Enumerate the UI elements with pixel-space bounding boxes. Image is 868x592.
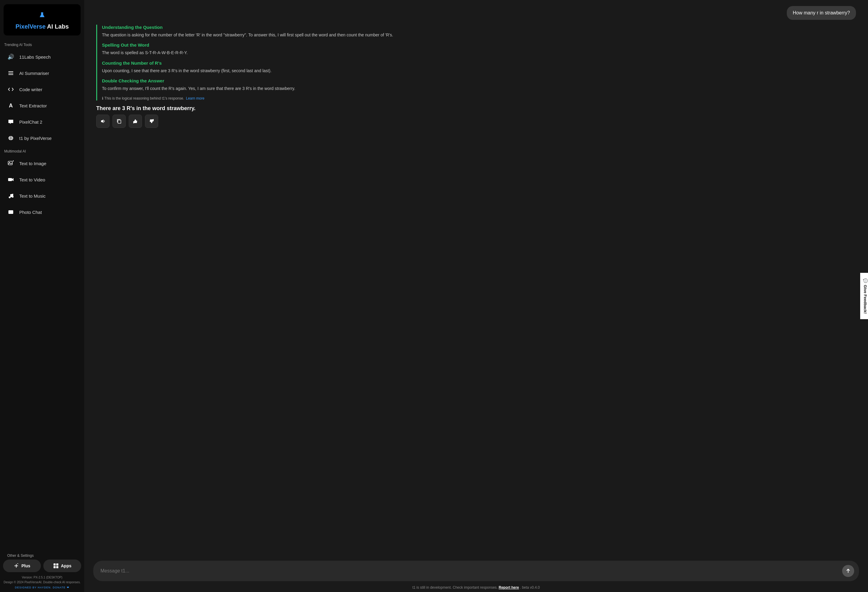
brain-icon: [7, 134, 15, 142]
nav-item-text-to-video[interactable]: Text to Video: [2, 172, 82, 187]
thumbs-down-icon: [149, 118, 154, 124]
svg-point-16: [12, 196, 13, 198]
logo-area: PixelVerse AI Labs: [4, 4, 81, 35]
nav-item-text-to-image[interactable]: Text to Image: [2, 156, 82, 171]
send-arrow-icon: [846, 568, 851, 574]
nav-label-elevenlabs: 11Labs Speech: [19, 55, 50, 59]
nav-label-ai-summariser: AI Summariser: [19, 71, 49, 76]
nav-label-photo-chat: Photo Chat: [19, 210, 42, 215]
logo-text: PixelVerse AI Labs: [15, 23, 69, 30]
final-answer: There are 3 R's in the word strawberry.: [96, 105, 856, 112]
plus-button[interactable]: Plus: [3, 560, 41, 572]
video-icon: [7, 176, 15, 184]
nav-label-text-to-image: Text to Image: [19, 161, 46, 166]
svg-rect-13: [8, 178, 12, 181]
sidebar: PixelVerse AI Labs Trending AI Tools 🔊 1…: [0, 0, 84, 592]
nav-item-elevenlabs[interactable]: 🔊 11Labs Speech: [2, 49, 82, 64]
ai-response-block: Understanding the Question The question …: [96, 25, 856, 128]
design-credit: Design © 2024 PixelVerseAI. Double-check…: [3, 580, 81, 585]
feedback-label: Give Feedback!: [863, 285, 867, 314]
logo-flask-icon: [39, 10, 46, 21]
nav-label-pixelchat2: PixelChat 2: [19, 120, 43, 124]
apps-label: Apps: [61, 563, 72, 568]
svg-rect-2: [9, 73, 13, 74]
feedback-tab[interactable]: 💬 Give Feedback!: [860, 273, 868, 319]
version-number: Version: PX-2.5.1 (DESKTOP): [3, 575, 81, 580]
svg-rect-24: [53, 566, 56, 568]
thumbs-up-button[interactable]: [129, 115, 142, 128]
nav-label-text-to-video: Text to Video: [19, 177, 45, 182]
image-sparkle-icon: [7, 159, 15, 168]
plus-label: Plus: [21, 563, 30, 568]
nav-item-pixelchat2[interactable]: PixelChat 2: [2, 114, 82, 129]
nav-label-text-extractor: Text Extractor: [19, 103, 47, 108]
reasoning-heading-2: Counting the Number of R's: [102, 61, 856, 66]
nav-item-ai-summariser[interactable]: AI Summariser: [2, 66, 82, 81]
music-note-icon: [7, 192, 15, 200]
user-message-bubble: How many r in strawberry?: [787, 6, 856, 20]
volume-icon: [100, 118, 106, 124]
svg-rect-23: [56, 563, 58, 565]
logo-rest: AI Labs: [46, 23, 69, 30]
nav-item-photo-chat[interactable]: Photo Chat: [2, 205, 82, 220]
footer-beta: . beta v0.4.0: [520, 585, 540, 590]
send-button[interactable]: [842, 565, 854, 577]
report-link[interactable]: Report here: [499, 585, 519, 590]
action-buttons: [96, 115, 856, 128]
reasoning-heading-3: Double Checking the Answer: [102, 78, 856, 83]
trending-label: Trending AI Tools: [0, 40, 84, 49]
reasoning-text-3: To confirm my answer, I'll count the R's…: [102, 85, 856, 92]
multimodal-label: Multimodal AI: [0, 146, 84, 155]
nav-item-t1[interactable]: t1 by PixelVerse: [2, 131, 82, 146]
svg-rect-27: [118, 120, 121, 123]
copy-icon: [117, 118, 122, 124]
svg-point-18: [10, 211, 12, 213]
svg-line-21: [18, 563, 18, 564]
photo-icon: [7, 208, 15, 216]
svg-rect-25: [56, 566, 58, 568]
feedback-chat-icon: 💬: [863, 278, 867, 283]
nav-label-code-writer: Code writer: [19, 87, 43, 92]
svg-marker-26: [101, 120, 103, 123]
apps-button[interactable]: Apps: [43, 560, 81, 572]
reasoning-text-2: Upon counting, I see that there are 3 R'…: [102, 67, 856, 74]
copy-button[interactable]: [112, 115, 126, 128]
nav-item-text-to-music[interactable]: Text to Music: [2, 188, 82, 203]
speaker-icon: 🔊: [7, 53, 15, 61]
message-input[interactable]: [100, 568, 838, 574]
version-text: Version: PX-2.5.1 (DESKTOP) Design © 202…: [3, 575, 81, 585]
text-a-icon: A: [7, 101, 15, 110]
reasoning-text-0: The question is asking for the number of…: [102, 32, 856, 38]
svg-rect-1: [9, 71, 13, 72]
reasoning-section-1: Spelling Out the Word The word is spelle…: [102, 43, 856, 56]
reasoning-text-1: The word is spelled as S-T-R-A-W-B-E-R-R…: [102, 49, 856, 56]
speak-button[interactable]: [96, 115, 109, 128]
reasoning-block: Understanding the Question The question …: [96, 25, 856, 100]
apps-grid-icon: [53, 563, 59, 568]
svg-rect-22: [53, 563, 56, 565]
other-settings-label: Other & Settings: [3, 551, 81, 560]
nav-label-text-to-music: Text to Music: [19, 193, 46, 199]
reasoning-heading-1: Spelling Out the Word: [102, 43, 856, 47]
nav-item-code-writer[interactable]: Code writer: [2, 82, 82, 97]
donate-text[interactable]: DONATE ❤: [53, 586, 69, 589]
nav-item-text-extractor[interactable]: A Text Extractor: [2, 98, 82, 113]
chat-area: How many r in strawberry? Understanding …: [84, 0, 868, 558]
message-input-row: [93, 561, 859, 581]
svg-rect-3: [9, 74, 13, 75]
code-icon: [7, 85, 15, 93]
sidebar-bottom: Other & Settings Plus Apps Version: PX-2…: [0, 548, 84, 592]
list-icon: [7, 69, 15, 77]
logo-pixel: PixelVerse: [15, 23, 46, 30]
main-panel: How many r in strawberry? Understanding …: [84, 0, 868, 592]
reasoning-note-text: ℹ This is the logical reasoning behind t…: [102, 96, 184, 100]
svg-point-15: [9, 196, 10, 198]
designed-by-text: DESIGNED BY HAYDEN.: [15, 586, 52, 589]
reasoning-section-0: Understanding the Question The question …: [102, 25, 856, 38]
learn-more-link[interactable]: Learn more: [186, 96, 204, 100]
designed-by: DESIGNED BY HAYDEN. DONATE ❤: [3, 586, 81, 589]
reasoning-section-2: Counting the Number of R's Upon counting…: [102, 61, 856, 74]
footer-text: t1 is still in development. Check import…: [412, 585, 497, 590]
chat-bubble-icon: [7, 118, 15, 126]
thumbs-down-button[interactable]: [145, 115, 158, 128]
